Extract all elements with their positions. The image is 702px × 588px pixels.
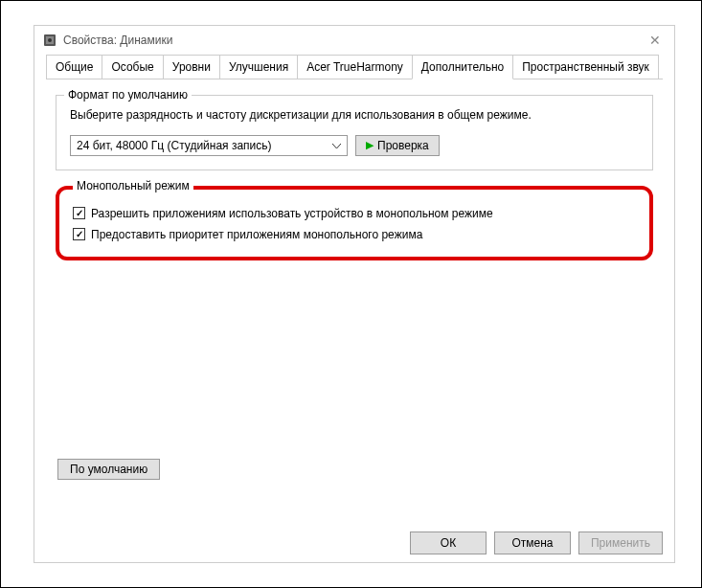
properties-dialog: Свойства: Динамики ✕ Общие Особые Уровни… [34, 25, 675, 563]
exclusive-mode-legend: Монопольный режим [73, 179, 193, 192]
default-format-text: Выберите разрядность и частоту дискретиз… [70, 107, 639, 124]
test-button[interactable]: ▶ Проверка [355, 135, 440, 156]
default-format-group: Формат по умолчанию Выберите разрядность… [56, 95, 653, 170]
tab-trueharmony[interactable]: Acer TrueHarmony [297, 55, 413, 79]
default-format-legend: Формат по умолчанию [64, 88, 192, 102]
play-icon: ▶ [366, 139, 374, 151]
tab-levels[interactable]: Уровни [163, 55, 220, 79]
apply-button[interactable]: Применить [578, 531, 663, 554]
tab-custom[interactable]: Особые [102, 55, 163, 79]
ok-button[interactable]: ОК [410, 531, 487, 554]
tab-spatial[interactable]: Пространственный звук [512, 55, 659, 79]
format-select[interactable]: 24 бит, 48000 Гц (Студийная запись) [70, 135, 348, 156]
exclusive-mode-group: Монопольный режим Разрешить приложениям … [56, 186, 653, 260]
svg-point-2 [48, 38, 52, 42]
priority-exclusive-checkbox[interactable] [73, 228, 85, 240]
tab-content: Формат по умолчанию Выберите разрядность… [46, 79, 663, 501]
allow-exclusive-label: Разрешить приложениям использовать устро… [91, 207, 493, 220]
titlebar: Свойства: Динамики ✕ [34, 26, 674, 55]
format-select-value: 24 бит, 48000 Гц (Студийная запись) [77, 139, 272, 152]
speaker-icon [42, 33, 57, 48]
priority-exclusive-label: Предоставить приоритет приложениям моноп… [91, 228, 422, 241]
allow-exclusive-checkbox[interactable] [73, 207, 85, 219]
test-button-label: Проверка [377, 139, 429, 152]
close-icon[interactable]: ✕ [644, 31, 667, 50]
tab-enhancements[interactable]: Улучшения [219, 55, 298, 79]
chevron-down-icon [332, 139, 341, 152]
tab-advanced[interactable]: Дополнительно [412, 55, 513, 79]
tabs: Общие Особые Уровни Улучшения Acer TrueH… [46, 55, 663, 79]
restore-defaults-button[interactable]: По умолчанию [57, 459, 160, 480]
window-title: Свойства: Динамики [63, 34, 172, 47]
tab-general[interactable]: Общие [46, 55, 102, 79]
cancel-button[interactable]: Отмена [494, 531, 571, 554]
dialog-footer: ОК Отмена Применить [410, 531, 663, 554]
